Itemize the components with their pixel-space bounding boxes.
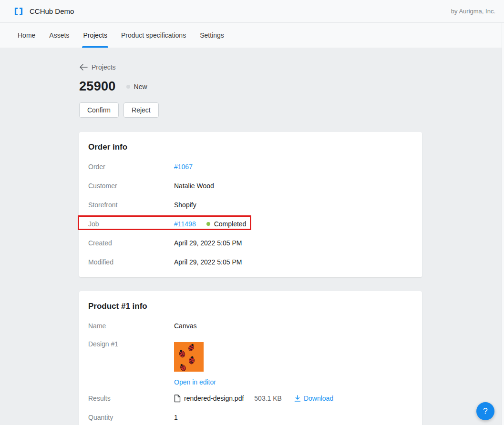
nav-tab-projects[interactable]: Projects	[82, 23, 108, 48]
page-title: 25900	[79, 79, 116, 94]
created-row: Created April 29, 2022 5:05 PM	[88, 233, 412, 253]
nav-tab-product-specifications[interactable]: Product specifications	[120, 23, 187, 48]
quantity-value: 1	[174, 414, 178, 421]
nav-tab-settings[interactable]: Settings	[199, 23, 225, 48]
vendor-byline: by Aurigma, Inc.	[451, 8, 495, 15]
created-label: Created	[88, 239, 174, 247]
reject-button[interactable]: Reject	[123, 102, 159, 118]
storefront-value: Shopify	[174, 201, 196, 209]
result-file-item: rendered-design.pdf 503.1 KB Download	[174, 395, 333, 403]
order-info-card: Order info Order #1067 Customer Natalie …	[79, 132, 422, 277]
results-label: Results	[88, 395, 174, 402]
created-value: April 29, 2022 5:05 PM	[174, 239, 242, 247]
nav-tab-home[interactable]: Home	[17, 23, 36, 48]
status-badge-label: New	[134, 83, 147, 91]
design-preview-block: Open in editor	[174, 340, 216, 386]
order-number-link[interactable]: #1067	[174, 163, 193, 171]
download-label: Download	[304, 395, 333, 402]
customer-value: Natalie Wood	[174, 182, 214, 190]
status-completed-dot-icon	[206, 222, 210, 226]
customer-row: Customer Natalie Wood	[88, 176, 412, 195]
file-document-icon	[174, 395, 181, 403]
job-row: Job #11498 Completed	[88, 214, 412, 233]
results-row: Results rendered-design.pdf 503.1 KB	[88, 389, 412, 408]
modified-row: Modified April 29, 2022 5:05 PM	[88, 253, 412, 272]
product-info-title: Product #1 info	[88, 302, 412, 311]
back-link-label: Projects	[92, 63, 116, 71]
job-status-label: Completed	[214, 220, 247, 228]
result-file-name: rendered-design.pdf	[184, 395, 244, 402]
quantity-row: Quantity 1	[88, 408, 412, 425]
open-in-editor-link[interactable]: Open in editor	[174, 378, 216, 386]
modified-label: Modified	[88, 258, 174, 266]
vertical-scrollbar[interactable]	[502, 23, 504, 425]
title-row: 25900 New	[79, 79, 422, 94]
customer-label: Customer	[88, 182, 174, 190]
status-badge: New	[126, 83, 147, 91]
design-label: Design #1	[88, 340, 174, 348]
app-title: CCHub Demo	[30, 7, 74, 15]
back-to-projects-link[interactable]: Projects	[79, 63, 116, 71]
status-new-dot-icon	[126, 85, 130, 89]
job-number-link[interactable]: #11498	[174, 220, 196, 228]
product-name-row: Name Canvas	[88, 316, 412, 335]
storefront-label: Storefront	[88, 201, 174, 209]
project-actions: Confirm Reject	[79, 102, 422, 118]
download-link[interactable]: Download	[294, 395, 333, 402]
job-status-badge: Completed	[206, 220, 247, 228]
product-name-label: Name	[88, 322, 174, 330]
job-label: Job	[88, 220, 174, 228]
order-row: Order #1067	[88, 157, 412, 176]
order-label: Order	[88, 163, 174, 171]
cchub-logo-icon	[13, 6, 24, 17]
download-icon	[294, 395, 301, 402]
project-detail-page: Projects 25900 New Confirm Reject Order …	[0, 48, 422, 425]
product-info-card: Product #1 info Name Canvas Design #1	[79, 291, 422, 425]
result-file-size: 503.1 KB	[254, 395, 282, 402]
main-nav: Home Assets Projects Product specificati…	[0, 23, 504, 48]
order-info-title: Order info	[88, 142, 412, 152]
design-thumbnail-image[interactable]	[174, 342, 204, 372]
help-button[interactable]: ?	[476, 402, 494, 420]
storefront-row: Storefront Shopify	[88, 195, 412, 214]
app-header: CCHub Demo by Aurigma, Inc.	[0, 0, 504, 23]
confirm-button[interactable]: Confirm	[79, 102, 119, 118]
design-row: Design #1	[88, 335, 412, 386]
product-name-value: Canvas	[174, 322, 196, 330]
modified-value: April 29, 2022 5:05 PM	[174, 258, 242, 266]
back-arrow-icon	[79, 63, 88, 71]
nav-tab-assets[interactable]: Assets	[48, 23, 70, 48]
quantity-label: Quantity	[88, 414, 174, 421]
